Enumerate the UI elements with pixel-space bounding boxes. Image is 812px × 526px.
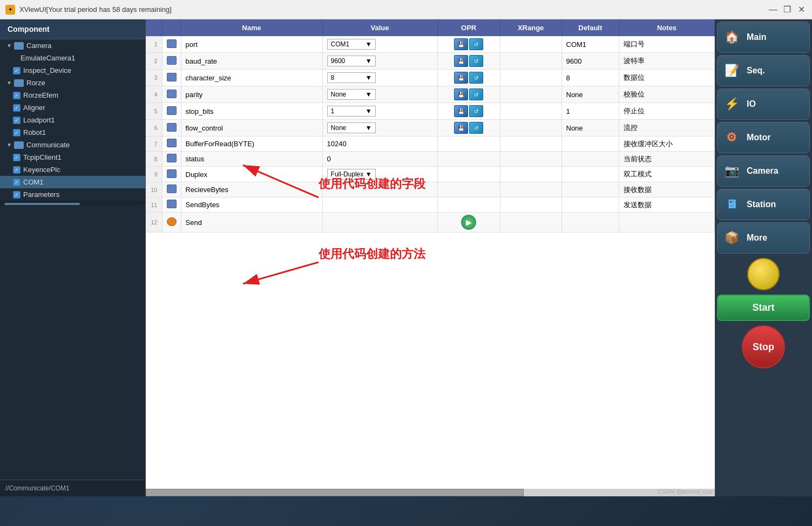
row-number: 5: [146, 103, 162, 120]
prop-value[interactable]: 9600 ▼: [322, 53, 437, 70]
value-dropdown[interactable]: Full-Duplex ▼: [327, 169, 376, 180]
checkbox-icon[interactable]: ✓: [13, 166, 21, 174]
sidebar-item-com1[interactable]: ✓ COM1: [0, 176, 145, 188]
prop-name: parity: [181, 86, 322, 103]
prop-value[interactable]: Full-Duplex ▼: [322, 167, 437, 182]
folder-icon: [14, 141, 24, 149]
annotation-text-methods: 使用代码创建的方法: [319, 246, 425, 262]
row-number: 9: [146, 167, 162, 182]
table-row: 10 RecieveBytes 接收数据: [146, 182, 715, 197]
default-cell: None: [561, 120, 619, 136]
sidebar-item-label: Rorze: [26, 79, 45, 87]
titlebar-title: XViewUI[Your trial period has 58 days re…: [19, 5, 172, 13]
refresh-button[interactable]: ↺: [469, 72, 483, 84]
xrange-cell: [500, 197, 561, 213]
property-icon: [167, 73, 177, 81]
sidebar-item-parameters[interactable]: ✓ Parameters: [0, 188, 145, 201]
checkbox-icon[interactable]: ✓: [13, 67, 21, 74]
opr-cell: [437, 182, 500, 197]
prop-value[interactable]: 1 ▼: [322, 103, 437, 120]
nav-io-button[interactable]: ⚡ IO: [717, 88, 810, 120]
minimize-button[interactable]: —: [768, 4, 779, 15]
row-icon: [162, 103, 181, 120]
start-button[interactable]: Start: [717, 295, 810, 321]
table-row: 11 SendBytes 发送数据: [146, 197, 715, 213]
row-icon: [162, 136, 181, 152]
nav-motor-button[interactable]: ⚙ Motor: [717, 122, 810, 153]
prop-value[interactable]: 8 ▼: [322, 70, 437, 86]
nav-camera-button[interactable]: 📷 Camera: [717, 155, 810, 187]
sidebar-item-label: Aligner: [23, 104, 45, 112]
yellow-indicator: [747, 258, 780, 290]
sidebar-scrollbar[interactable]: [0, 201, 145, 205]
checkbox-icon[interactable]: ✓: [13, 154, 21, 161]
close-button[interactable]: ✕: [796, 4, 807, 15]
sidebar-item-label: Loadport1: [23, 116, 55, 124]
prop-value[interactable]: None ▼: [322, 120, 437, 136]
refresh-button[interactable]: ↺: [469, 88, 483, 100]
sidebar-item-aligner[interactable]: ✓ Aligner: [0, 101, 145, 114]
default-cell: [561, 167, 619, 182]
sidebar-item-rorze-efem[interactable]: ✓ RorzeEfem: [0, 89, 145, 101]
notes-cell: 发送数据: [619, 197, 715, 213]
nav-station-button[interactable]: 🖥 Station: [717, 189, 810, 220]
save-button[interactable]: 💾: [454, 55, 468, 67]
nav-main-label: Main: [747, 32, 766, 42]
stop-button[interactable]: Stop: [742, 325, 785, 368]
sidebar-item-tcpip[interactable]: ✓ TcpipClient1: [0, 151, 145, 163]
sidebar-item-keyence[interactable]: ✓ KeyencePlc: [0, 163, 145, 176]
save-button[interactable]: 💾: [454, 105, 468, 117]
checkbox-icon[interactable]: ✓: [13, 92, 21, 99]
value-dropdown[interactable]: None ▼: [327, 89, 376, 100]
table-body: 1 port COM1 ▼ 💾 ↺: [146, 36, 715, 233]
checkbox-icon[interactable]: ✓: [13, 129, 21, 136]
refresh-button[interactable]: ↺: [469, 38, 483, 50]
sidebar-item-loadport1[interactable]: ✓ Loadport1: [0, 114, 145, 126]
refresh-button[interactable]: ↺: [469, 55, 483, 67]
col-name: Name: [181, 19, 322, 36]
xrange-cell: [500, 213, 561, 233]
opr-cell[interactable]: ▶: [437, 213, 500, 233]
sidebar-item-communicate[interactable]: ▼ Communicate: [0, 139, 145, 151]
sidebar-item-emulate-camera[interactable]: EmulateCamera1: [0, 52, 145, 64]
nav-more-button[interactable]: 📦 More: [717, 222, 810, 254]
row-icon: [162, 182, 181, 197]
sidebar-item-inspect-device[interactable]: ✓ Inspect_Device: [0, 64, 145, 77]
checkbox-icon[interactable]: ✓: [13, 104, 21, 112]
save-button[interactable]: 💾: [454, 38, 468, 50]
value-dropdown[interactable]: 8 ▼: [327, 72, 376, 83]
checkbox-icon[interactable]: ✓: [13, 117, 21, 124]
sidebar-item-rorze[interactable]: ▼ Rorze: [0, 77, 145, 89]
nav-seq-button[interactable]: 📝 Seq.: [717, 55, 810, 86]
prop-value[interactable]: COM1 ▼: [322, 36, 437, 53]
notes-cell: 校验位: [619, 86, 715, 103]
xrange-cell: [500, 167, 561, 182]
sidebar-item-robot1[interactable]: ✓ Robot1: [0, 126, 145, 139]
run-button[interactable]: ▶: [461, 215, 476, 230]
watermark: CSDN @acloud_csu: [658, 488, 712, 495]
refresh-button[interactable]: ↺: [469, 122, 483, 134]
prop-value[interactable]: None ▼: [322, 86, 437, 103]
save-button[interactable]: 💾: [454, 122, 468, 134]
scrollbar-thumb[interactable]: [146, 489, 524, 496]
value-dropdown[interactable]: None ▼: [327, 122, 376, 133]
sidebar-item-camera[interactable]: ▼ Camera: [0, 39, 145, 52]
sidebar: Component ▼ Camera EmulateCamera1 ✓ Insp…: [0, 19, 146, 496]
horizontal-scrollbar[interactable]: [146, 489, 715, 496]
refresh-button[interactable]: ↺: [469, 105, 483, 117]
chevron-down-icon: ▼: [5, 79, 13, 87]
value-dropdown[interactable]: 9600 ▼: [327, 56, 376, 66]
save-button[interactable]: 💾: [454, 88, 468, 100]
checkbox-icon[interactable]: ✓: [13, 179, 21, 186]
value-dropdown[interactable]: COM1 ▼: [327, 39, 376, 50]
row-icon: [162, 167, 181, 182]
nav-main-button[interactable]: 🏠 Main: [717, 22, 810, 53]
checkbox-icon[interactable]: ✓: [13, 191, 21, 199]
seq-icon: 📝: [722, 61, 741, 80]
col-notes: Notes: [619, 19, 715, 36]
sidebar-item-label: RorzeEfem: [23, 91, 58, 99]
method-icon: [167, 217, 177, 226]
save-button[interactable]: 💾: [454, 72, 468, 84]
maximize-button[interactable]: ❐: [782, 4, 793, 15]
value-dropdown[interactable]: 1 ▼: [327, 106, 376, 117]
